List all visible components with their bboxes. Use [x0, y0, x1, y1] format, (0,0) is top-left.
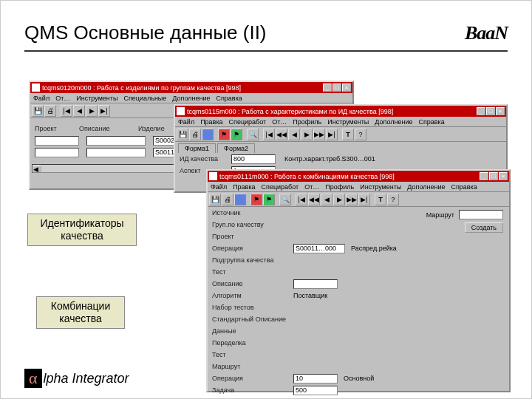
maximize-button[interactable]: □ [489, 172, 498, 180]
menu-item[interactable]: Профиль [325, 183, 354, 191]
text-icon[interactable]: T [342, 129, 354, 140]
nav-last-icon[interactable]: ▶| [98, 105, 110, 117]
stop-icon[interactable]: ⚑ [218, 129, 230, 140]
label-quality-combos: Комбинации качества [36, 296, 125, 329]
toolbar-icon[interactable] [202, 129, 214, 140]
nav-first-icon[interactable]: |◀ [263, 129, 275, 140]
nav-fastfwd-icon[interactable]: ▶▶ [346, 194, 358, 205]
menu-item[interactable]: Инструменты [327, 118, 369, 126]
maximize-button[interactable]: □ [486, 107, 495, 115]
menu-item[interactable]: Специработ [262, 183, 299, 191]
menubar[interactable]: Файл Правка Специработ От… Профиль Инстр… [175, 117, 506, 127]
label-operation2: Операция [212, 375, 293, 382]
label-algorithm: Алгоритм [212, 292, 293, 299]
stop-icon[interactable]: ⚑ [250, 194, 262, 205]
label-route: Маршрут [426, 211, 454, 219]
titlebar[interactable]: tcqms0111m000 : Работа с комбинациями ка… [208, 171, 509, 182]
menu-item[interactable]: Справка [451, 183, 477, 191]
nav-next-icon[interactable]: ▶ [86, 105, 98, 117]
label-route2: Маршрут [212, 363, 293, 370]
menu-item[interactable]: Специработ [229, 118, 267, 126]
app-icon [209, 172, 217, 180]
menu-item[interactable]: Дополнение [172, 95, 210, 102]
tab-form2[interactable]: Форма2 [217, 143, 255, 153]
menu-file[interactable]: Файл [33, 95, 50, 102]
label-quality-ids: Идентификаторы качества [27, 214, 137, 246]
menu-item[interactable]: От… [55, 95, 70, 102]
nav-first-icon[interactable]: |◀ [296, 194, 307, 205]
print-icon[interactable]: 🖨 [189, 129, 201, 140]
print-icon[interactable]: 🖨 [44, 105, 56, 117]
go-icon[interactable]: ⚑ [231, 129, 242, 140]
nav-prev-icon[interactable]: ◀ [288, 129, 300, 140]
nav-first-icon[interactable]: |◀ [61, 105, 72, 117]
field-task[interactable]: 500 [293, 386, 338, 395]
menu-item[interactable]: От… [304, 183, 319, 191]
minimize-button[interactable]: _ [477, 107, 485, 115]
label-rework: Переделка [212, 339, 293, 347]
menu-item[interactable]: Профиль [293, 118, 321, 126]
brand-logo: BaaN [465, 22, 508, 44]
minimize-button[interactable]: _ [480, 172, 488, 180]
nav-last-icon[interactable]: ▶| [326, 129, 338, 140]
menu-item[interactable]: Инструменты [76, 95, 117, 102]
field-client[interactable] [293, 279, 338, 289]
cell-project[interactable] [35, 136, 79, 146]
nav-last-icon[interactable]: ▶| [358, 194, 370, 205]
text-icon[interactable]: T [375, 194, 386, 205]
search-icon[interactable]: 🔍 [279, 194, 291, 205]
nav-next-icon[interactable]: ▶ [333, 194, 345, 205]
nav-fastback-icon[interactable]: ◀◀ [276, 129, 287, 140]
menu-item[interactable]: Дополнение [375, 118, 412, 126]
nav-next-icon[interactable]: ▶ [301, 129, 313, 140]
alpha-glyph: α [24, 369, 42, 388]
label-test: Тест [212, 268, 293, 276]
titlebar[interactable]: tcqms0120m000 : Работа с изделиями по гр… [30, 82, 352, 93]
print-icon[interactable]: 🖨 [222, 194, 233, 205]
tab-form1[interactable]: Форма1 [178, 143, 216, 153]
search-icon[interactable]: 🔍 [247, 129, 259, 140]
menubar[interactable]: Файл Правка Специработ От… Профиль Инстр… [208, 182, 509, 192]
field-quality-id[interactable]: 800 [231, 154, 276, 164]
label-test2: Тест [212, 351, 293, 358]
minimize-button[interactable]: _ [323, 83, 332, 92]
menu-help[interactable]: Справка [216, 95, 242, 102]
nav-prev-icon[interactable]: ◀ [321, 194, 332, 205]
field-route[interactable] [459, 210, 503, 219]
menu-item[interactable]: Правка [233, 183, 255, 191]
nav-fastback-icon[interactable]: ◀◀ [308, 194, 320, 205]
toolbar-icon[interactable] [234, 194, 246, 205]
menu-item[interactable]: Справка [418, 118, 444, 126]
nav-fastfwd-icon[interactable]: ▶▶ [313, 129, 325, 140]
nav-prev-icon[interactable]: ◀ [73, 105, 85, 117]
menubar[interactable]: Файл От… Инструменты Специальные Дополне… [30, 93, 352, 103]
cell-project[interactable] [35, 148, 79, 157]
menu-item[interactable]: Файл [178, 118, 194, 126]
menu-item[interactable]: Файл [211, 183, 227, 191]
go-icon[interactable]: ⚑ [263, 194, 275, 205]
slide-header: QMS Основные данные (II) BaaN [24, 21, 508, 52]
col-project: Проект [35, 125, 79, 132]
help-icon[interactable]: ? [387, 194, 399, 205]
save-icon[interactable]: 💾 [32, 105, 44, 117]
menu-item[interactable]: Инструменты [360, 183, 401, 191]
save-icon[interactable]: 💾 [177, 129, 188, 140]
menu-item[interactable]: Дополнение [407, 183, 445, 191]
field-op-num[interactable]: 10 [293, 374, 338, 383]
field-item[interactable]: S00011…000 [293, 244, 345, 253]
create-button[interactable]: Создать [465, 222, 503, 233]
close-button[interactable]: × [342, 83, 351, 92]
cell-desc[interactable] [86, 148, 146, 157]
menu-item[interactable]: Правка [200, 118, 222, 126]
label-data: Данные [212, 327, 293, 335]
menu-item[interactable]: Специальные [123, 95, 166, 102]
save-icon[interactable]: 💾 [209, 194, 221, 205]
close-button[interactable]: × [496, 107, 505, 115]
cell-desc[interactable] [86, 136, 146, 146]
titlebar[interactable]: tcqms0115m000 : Работа с характеристикам… [175, 106, 506, 117]
close-button[interactable]: × [499, 172, 508, 180]
maximize-button[interactable]: □ [332, 83, 341, 92]
help-icon[interactable]: ? [355, 129, 366, 140]
scroll-left-button[interactable]: ◀ [33, 165, 41, 172]
menu-item[interactable]: От… [272, 118, 287, 126]
